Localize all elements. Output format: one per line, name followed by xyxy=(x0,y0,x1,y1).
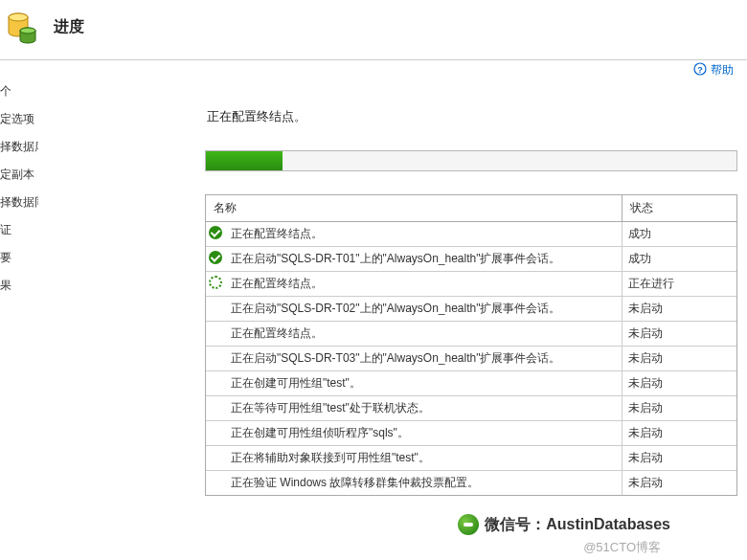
row-name: 正在验证 Windows 故障转移群集仲裁投票配置。 xyxy=(225,471,622,496)
watermark-source: @51CTO博客 xyxy=(583,539,661,556)
progress-fill xyxy=(206,151,283,170)
sidebar: 个 定选项 择数据库 定副本 择数据同步 证 要 果 xyxy=(0,60,38,560)
sidebar-item-7[interactable]: 果 xyxy=(0,272,38,300)
table-row[interactable]: 正在启动"SQLS-DR-T01"上的"AlwaysOn_health"扩展事件… xyxy=(206,247,736,272)
row-status: 正在进行 xyxy=(622,272,736,297)
row-icon-cell xyxy=(206,421,225,446)
row-icon-cell xyxy=(206,347,225,371)
help-link[interactable]: ? 帮助 xyxy=(693,62,734,78)
success-icon xyxy=(209,251,222,264)
col-status[interactable]: 状态 xyxy=(622,195,736,222)
progress-bar xyxy=(205,150,737,171)
row-icon-cell xyxy=(206,272,225,297)
row-status: 未启动 xyxy=(622,421,736,446)
status-text: 正在配置终结点。 xyxy=(207,108,739,125)
svg-point-3 xyxy=(20,28,35,34)
help-label: 帮助 xyxy=(711,62,734,78)
table-row[interactable]: 正在配置终结点。成功 xyxy=(206,222,736,247)
table-row[interactable]: 正在启动"SQLS-DR-T02"上的"AlwaysOn_health"扩展事件… xyxy=(206,297,736,322)
sidebar-item-1[interactable]: 定选项 xyxy=(0,105,38,133)
row-icon-cell xyxy=(206,247,225,272)
table-row[interactable]: 正在将辅助对象联接到可用性组"test"。未启动 xyxy=(206,446,736,471)
row-status: 未启动 xyxy=(622,297,736,322)
row-icon-cell xyxy=(206,222,225,247)
row-name: 正在配置终结点。 xyxy=(225,322,622,347)
row-name: 正在创建可用性组"test"。 xyxy=(225,371,622,396)
row-status: 未启动 xyxy=(622,471,736,496)
row-status: 未启动 xyxy=(622,396,736,421)
row-name: 正在将辅助对象联接到可用性组"test"。 xyxy=(225,446,622,471)
database-icon xyxy=(0,10,44,44)
row-icon-cell xyxy=(206,471,225,496)
page-title: 进度 xyxy=(54,17,84,37)
row-name: 正在创建可用性组侦听程序"sqls"。 xyxy=(225,421,622,446)
row-icon-cell xyxy=(206,297,225,322)
layout: 个 定选项 择数据库 定副本 择数据同步 证 要 果 ? 帮助 正在配置终结点。 xyxy=(0,60,747,560)
row-status: 成功 xyxy=(622,247,736,272)
success-icon xyxy=(209,226,222,239)
row-status: 成功 xyxy=(622,222,736,247)
row-name: 正在启动"SQLS-DR-T02"上的"AlwaysOn_health"扩展事件… xyxy=(225,297,622,322)
results-table: 名称 状态 正在配置终结点。成功正在启动"SQLS-DR-T01"上的"Alwa… xyxy=(205,194,737,496)
table-row[interactable]: 正在验证 Windows 故障转移群集仲裁投票配置。未启动 xyxy=(206,471,736,496)
col-name[interactable]: 名称 xyxy=(206,195,622,222)
table-row[interactable]: 正在等待可用性组"test"处于联机状态。未启动 xyxy=(206,396,736,421)
sidebar-item-0[interactable]: 个 xyxy=(0,78,38,105)
header: 进度 xyxy=(0,0,747,60)
table-row[interactable]: 正在配置终结点。正在进行 xyxy=(206,272,736,297)
row-status: 未启动 xyxy=(622,322,736,347)
table-row[interactable]: 正在配置终结点。未启动 xyxy=(206,322,736,347)
table-row[interactable]: 正在启动"SQLS-DR-T03"上的"AlwaysOn_health"扩展事件… xyxy=(206,347,736,371)
row-status: 未启动 xyxy=(622,446,736,471)
row-name: 正在启动"SQLS-DR-T01"上的"AlwaysOn_health"扩展事件… xyxy=(225,247,622,272)
svg-point-1 xyxy=(9,13,28,21)
row-name: 正在配置终结点。 xyxy=(225,272,622,297)
row-icon-cell xyxy=(206,396,225,421)
row-icon-cell xyxy=(206,446,225,471)
row-status: 未启动 xyxy=(622,347,736,371)
main-panel: ? 帮助 正在配置终结点。 名称 状态 正在配置终结点。成功正在启动"SQLS-… xyxy=(38,60,747,560)
row-name: 正在等待可用性组"test"处于联机状态。 xyxy=(225,396,622,421)
row-status: 未启动 xyxy=(622,371,736,396)
table-row[interactable]: 正在创建可用性组侦听程序"sqls"。未启动 xyxy=(206,421,736,446)
help-icon: ? xyxy=(693,62,707,78)
sidebar-item-3[interactable]: 定副本 xyxy=(0,161,38,189)
row-name: 正在配置终结点。 xyxy=(225,222,622,247)
sidebar-item-4[interactable]: 择数据同步 xyxy=(0,189,38,216)
row-name: 正在启动"SQLS-DR-T03"上的"AlwaysOn_health"扩展事件… xyxy=(225,347,622,371)
row-icon-cell xyxy=(206,371,225,396)
watermark-wechat: 微信号：AustinDatabases xyxy=(458,514,670,535)
sidebar-item-6[interactable]: 要 xyxy=(0,244,38,272)
sidebar-item-5[interactable]: 证 xyxy=(0,216,38,244)
table-row[interactable]: 正在创建可用性组"test"。未启动 xyxy=(206,371,736,396)
row-icon-cell xyxy=(206,322,225,347)
sidebar-item-2[interactable]: 择数据库 xyxy=(0,133,38,161)
wechat-icon xyxy=(458,514,479,535)
running-icon xyxy=(209,276,222,289)
svg-text:?: ? xyxy=(697,65,703,75)
